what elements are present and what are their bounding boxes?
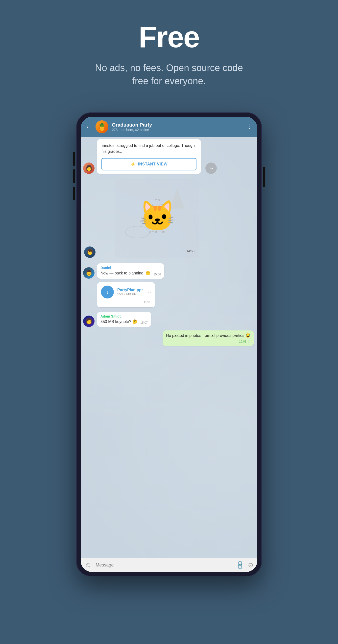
avatar-girl: 👩	[83, 162, 94, 174]
file-row: ↓ PartyPlan.ppt 550.2 MB PPT ⋯	[101, 286, 151, 298]
camera-button[interactable]: ⊙	[248, 561, 253, 569]
group-name: Graduation Party	[112, 122, 244, 128]
daniel-message-time: 15:06	[153, 273, 161, 276]
sticker-time: 14:58	[186, 249, 195, 253]
hero-subtitle: No ads, no fees. Open source code free f…	[95, 62, 243, 88]
file-info: PartyPlan.ppt 550.2 MB PPT	[117, 288, 143, 296]
hero-section: Free No ads, no fees. Open source code f…	[0, 0, 338, 102]
outgoing-bubble: He pasted in photos from all previous pa…	[163, 330, 254, 346]
message-input[interactable]	[96, 562, 232, 568]
instant-view-button[interactable]: ⚡ INSTANT VIEW	[101, 158, 196, 170]
file-time: 15:06	[144, 300, 151, 304]
sticker-bg: l = πr² A = ½ r² θ V = l² P = 2πr A = πr…	[120, 184, 195, 248]
message-checkmark: ✓	[247, 340, 250, 344]
file-download-button[interactable]: ↓	[101, 286, 114, 298]
outgoing-message-text: He pasted in photos from all previous pa…	[166, 334, 250, 338]
adam-message-time: 15:07	[140, 321, 148, 324]
file-footer: 15:06	[101, 300, 151, 304]
group-avatar: 🍍	[95, 120, 108, 133]
file-more-button[interactable]: ⋯	[146, 289, 151, 295]
adam-message-text: 550 MB keynote? 🤔	[100, 319, 137, 324]
article-content: Einstein struggled to find a job out of …	[97, 139, 201, 174]
instant-view-label: INSTANT VIEW	[138, 162, 168, 166]
sticker-container: l = πr² A = ½ r² θ V = l² P = 2πr A = πr…	[115, 179, 199, 258]
article-card: Einstein struggled to find a job out of …	[97, 139, 201, 174]
file-bubble: ↓ PartyPlan.ppt 550.2 MB PPT ⋯ 15:06	[97, 282, 155, 308]
adam-message-row: 🧑 Adam Smidt 550 MB keynote? 🤔 15:07	[83, 312, 255, 327]
adam-bubble: Adam Smidt 550 MB keynote? 🤔 15:07	[97, 312, 151, 327]
adam-sender-name: Adam Smidt	[100, 314, 148, 318]
back-button[interactable]: ←	[86, 123, 92, 131]
chat-body: 👩 Einstein struggled to find a job out o…	[81, 137, 257, 558]
daniel-sender-name: Daniel	[100, 266, 161, 270]
article-message-row: 👩 Einstein struggled to find a job out o…	[83, 139, 255, 174]
daniel-message-text: Now — back to planning. 😉	[100, 270, 150, 276]
outgoing-message-row: He pasted in photos from all previous pa…	[83, 330, 255, 346]
daniel-bubble: Daniel Now — back to planning. 😉 15:06	[97, 263, 164, 278]
article-text: Einstein struggled to find a job out of …	[101, 143, 196, 154]
hero-title: Free	[139, 20, 199, 54]
file-message-row: ↓ PartyPlan.ppt 550.2 MB PPT ⋯ 15:06	[97, 282, 255, 308]
avatar-adam: 🧑	[83, 316, 94, 327]
group-meta: 278 members, 42 online	[112, 128, 244, 132]
daniel-message-row: 👨 Daniel Now — back to planning. 😉 15:06	[83, 263, 255, 278]
phone-outer: ← 🍍 Graduation Party 278 members, 42 onl…	[76, 112, 262, 576]
lightning-icon: ⚡	[130, 162, 136, 167]
group-info: Graduation Party 278 members, 42 online	[112, 122, 244, 132]
outgoing-message-time: 15:08	[239, 340, 247, 343]
more-button[interactable]: ⋮	[247, 124, 252, 130]
phone-screen: ← 🍍 Graduation Party 278 members, 42 onl…	[81, 117, 257, 572]
file-name: PartyPlan.ppt	[117, 288, 143, 292]
avatar-boy1: 👦	[84, 246, 95, 258]
share-button[interactable]: ↪	[205, 162, 217, 174]
cat-sticker-emoji: 🐱	[139, 199, 176, 234]
sticker-message-row: 👦 l = πr² A = ½ r² θ V = l² P = 2πr	[84, 179, 255, 258]
phone-device: ← 🍍 Graduation Party 278 members, 42 onl…	[76, 112, 262, 576]
emoji-button[interactable]: ☺	[85, 561, 92, 569]
avatar-daniel: 👨	[83, 267, 94, 279]
attach-button[interactable]: 🔗	[235, 560, 246, 571]
file-meta: 550.2 MB PPT	[117, 292, 143, 296]
chat-header: ← 🍍 Graduation Party 278 members, 42 onl…	[81, 117, 257, 137]
outgoing-bubble-footer: 15:08 ✓	[166, 340, 250, 344]
input-bar: ☺ 🔗 ⊙	[81, 558, 257, 572]
